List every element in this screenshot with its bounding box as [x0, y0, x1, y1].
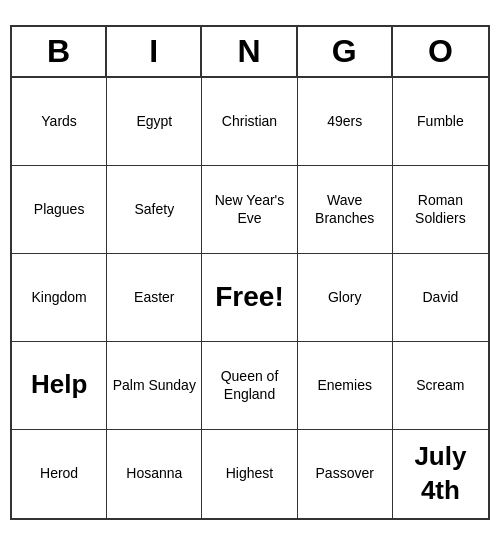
header-letter: O	[393, 27, 488, 76]
cell-r0-c3: 49ers	[298, 78, 393, 166]
cell-r3-c2: Queen of England	[202, 342, 297, 430]
cell-r0-c1: Egypt	[107, 78, 202, 166]
cell-r2-c0: Kingdom	[12, 254, 107, 342]
cell-r3-c4: Scream	[393, 342, 488, 430]
cell-r4-c0: Herod	[12, 430, 107, 518]
cell-r4-c2: Highest	[202, 430, 297, 518]
bingo-card: BINGO YardsEgyptChristian49ersFumblePlag…	[10, 25, 490, 520]
bingo-header: BINGO	[12, 27, 488, 78]
cell-r1-c3: Wave Branches	[298, 166, 393, 254]
cell-r0-c2: Christian	[202, 78, 297, 166]
cell-r1-c0: Plagues	[12, 166, 107, 254]
cell-r2-c1: Easter	[107, 254, 202, 342]
cell-r1-c1: Safety	[107, 166, 202, 254]
cell-r0-c4: Fumble	[393, 78, 488, 166]
header-letter: N	[202, 27, 297, 76]
cell-r4-c4: July 4th	[393, 430, 488, 518]
header-letter: I	[107, 27, 202, 76]
cell-r3-c1: Palm Sunday	[107, 342, 202, 430]
cell-r0-c0: Yards	[12, 78, 107, 166]
bingo-grid: YardsEgyptChristian49ersFumblePlaguesSaf…	[12, 78, 488, 518]
cell-r4-c3: Passover	[298, 430, 393, 518]
cell-r2-c3: Glory	[298, 254, 393, 342]
cell-r3-c0: Help	[12, 342, 107, 430]
cell-r3-c3: Enemies	[298, 342, 393, 430]
header-letter: B	[12, 27, 107, 76]
cell-r1-c2: New Year's Eve	[202, 166, 297, 254]
header-letter: G	[298, 27, 393, 76]
cell-r4-c1: Hosanna	[107, 430, 202, 518]
cell-r2-c2: Free!	[202, 254, 297, 342]
cell-r1-c4: Roman Soldiers	[393, 166, 488, 254]
cell-r2-c4: David	[393, 254, 488, 342]
